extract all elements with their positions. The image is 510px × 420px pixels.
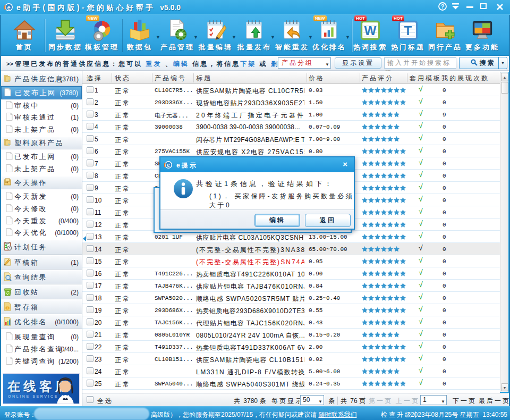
svg-text:?: ?	[441, 3, 445, 10]
svg-text:e: e	[167, 162, 170, 168]
svg-text:W: W	[364, 23, 377, 38]
svg-text:T: T	[404, 23, 412, 38]
svg-text:e: e	[7, 4, 10, 11]
